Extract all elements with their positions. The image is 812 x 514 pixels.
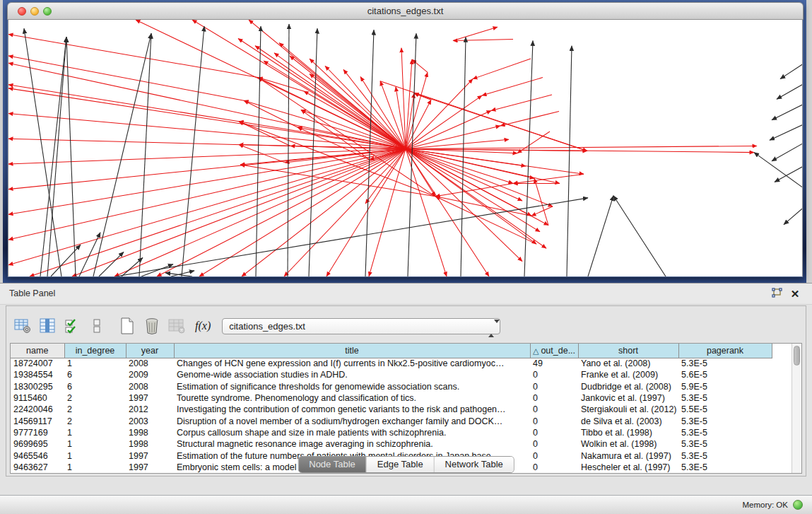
column-header-pagerank[interactable]: pagerank xyxy=(678,344,772,358)
table-cell[interactable]: 14569117 xyxy=(11,415,64,426)
memory-ok-indicator-icon[interactable] xyxy=(793,500,803,510)
table-cell[interactable]: Stergiakouli et al. (2012) xyxy=(578,404,678,415)
table-cell[interactable]: 5.3E-5 xyxy=(678,438,772,450)
table-cell[interactable]: Investigating the contribution of common… xyxy=(174,404,530,415)
table-cell[interactable]: 9699695 xyxy=(11,438,64,450)
table-cell[interactable]: 9463627 xyxy=(11,462,64,473)
table-cell[interactable]: 0 xyxy=(530,369,578,380)
column-header-out_de[interactable]: △out_de... xyxy=(530,344,578,358)
table-cell[interactable]: 1998 xyxy=(126,438,174,450)
column-header-title[interactable]: title xyxy=(174,344,530,358)
table-cell[interactable]: 9465546 xyxy=(11,450,64,461)
row-height-icon[interactable] xyxy=(86,315,107,337)
table-cell[interactable]: 0 xyxy=(530,438,578,450)
table-cell[interactable]: 5.3E-5 xyxy=(678,392,772,404)
table-cell[interactable]: 1 xyxy=(64,358,126,369)
table-cell[interactable]: 0 xyxy=(530,381,578,392)
table-cell[interactable]: 1997 xyxy=(126,392,174,404)
table-cell[interactable]: 5.3E-5 xyxy=(678,358,772,369)
column-header-short[interactable]: short xyxy=(578,344,678,358)
table-cell[interactable]: 6 xyxy=(64,369,126,380)
table-row[interactable]: 2242004622012Investigating the contribut… xyxy=(11,404,772,415)
table-cell[interactable]: 1 xyxy=(64,462,126,473)
table-cell[interactable]: 5.6E-5 xyxy=(678,369,772,380)
table-cell[interactable]: 2 xyxy=(64,404,126,415)
table-cell[interactable]: 2003 xyxy=(126,415,174,426)
table-cell[interactable]: 1998 xyxy=(126,427,174,438)
table-cell[interactable]: 18300295 xyxy=(11,381,64,392)
delete-column-trash-icon[interactable] xyxy=(141,315,163,337)
table-cell[interactable]: 5.9E-5 xyxy=(678,381,772,392)
table-row[interactable]: 1830029562008Estimation of significance … xyxy=(11,381,772,392)
float-panel-icon[interactable] xyxy=(770,288,784,300)
table-cell[interactable]: Hescheler et al. (1997) xyxy=(578,462,678,473)
table-row[interactable]: 1456911722003Disruption of a novel membe… xyxy=(11,415,772,426)
function-builder-icon[interactable]: f(x) xyxy=(195,320,211,332)
show-column-icon[interactable] xyxy=(37,315,58,337)
table-vertical-scrollbar[interactable] xyxy=(792,344,801,473)
table-cell[interactable]: 2008 xyxy=(126,381,174,392)
table-cell[interactable]: 2012 xyxy=(126,404,174,415)
table-cell[interactable]: Disruption of a novel member of a sodium… xyxy=(174,415,530,426)
table-selector-dropdown[interactable]: citations_edges.txt xyxy=(222,318,500,334)
table-cell[interactable]: 18724007 xyxy=(11,358,64,369)
table-cell[interactable]: 0 xyxy=(530,415,578,426)
table-cell[interactable]: 9777169 xyxy=(11,427,64,438)
scrollbar-thumb[interactable] xyxy=(794,346,800,366)
table-cell[interactable]: Corpus callosum shape and size in male p… xyxy=(174,427,530,438)
table-row[interactable]: 977716911998Corpus callosum shape and si… xyxy=(11,427,772,438)
minimize-window-button[interactable] xyxy=(30,7,39,16)
table-cell[interactable]: 19384554 xyxy=(11,369,64,380)
table-cell[interactable]: 1997 xyxy=(126,462,174,473)
table-cell[interactable]: 0 xyxy=(530,427,578,438)
table-cell[interactable]: 5.3E-5 xyxy=(678,427,772,438)
close-window-button[interactable] xyxy=(18,7,26,16)
table-cell[interactable]: 0 xyxy=(530,392,578,404)
table-cell[interactable]: Tibbo et al. (1998) xyxy=(578,427,678,438)
table-cell[interactable]: 49 xyxy=(530,358,578,369)
table-cell[interactable]: 1 xyxy=(64,438,126,450)
table-cell[interactable]: Yano et al. (2008) xyxy=(578,358,678,369)
table-cell[interactable]: 2008 xyxy=(126,358,174,369)
table-cell[interactable]: 5.3E-5 xyxy=(678,415,772,426)
table-cell[interactable]: 2 xyxy=(64,392,126,404)
table-cell[interactable]: 2009 xyxy=(126,369,174,380)
table-cell[interactable]: de Silva et al. (2003) xyxy=(578,415,678,426)
table-row[interactable]: 911546021997Tourette syndrome. Phenomeno… xyxy=(11,392,772,404)
table-cell[interactable]: Nakamura et al. (1997) xyxy=(578,450,678,461)
delete-table-disabled-icon[interactable] xyxy=(166,315,187,337)
tab-network-table[interactable]: Network Table xyxy=(435,457,514,472)
table-settings-icon[interactable] xyxy=(12,315,33,337)
column-header-year[interactable]: year xyxy=(126,344,174,358)
table-cell[interactable]: 5.3E-5 xyxy=(678,462,772,473)
table-cell[interactable]: Dudbridge et al. (2008) xyxy=(578,381,678,392)
table-row[interactable]: 1872400712008Changes of HCN gene express… xyxy=(11,358,772,369)
table-cell[interactable]: 1 xyxy=(64,427,126,438)
table-cell[interactable]: 0 xyxy=(530,404,578,415)
table-cell[interactable]: Structural magnetic resonance image aver… xyxy=(174,438,530,450)
table-cell[interactable]: 0 xyxy=(530,450,578,461)
window-titlebar[interactable]: citations_edges.txt xyxy=(7,2,804,20)
table-cell[interactable]: Jankovic et al. (1997) xyxy=(578,392,678,404)
table-cell[interactable]: Wolkin et al. (1998) xyxy=(578,438,678,450)
column-header-name[interactable]: name xyxy=(11,344,64,358)
tab-node-table[interactable]: Node Table xyxy=(298,457,367,472)
table-row[interactable]: 969969511998Structural magnetic resonanc… xyxy=(11,438,772,450)
table-cell[interactable]: 22420046 xyxy=(11,404,64,415)
table-cell[interactable]: 1997 xyxy=(126,450,174,461)
table-cell[interactable]: Changes of HCN gene expression and I(f) … xyxy=(174,358,530,369)
column-visibility-icon[interactable] xyxy=(61,315,83,337)
table-cell[interactable]: 9115460 xyxy=(11,392,64,404)
close-panel-icon[interactable]: ✕ xyxy=(788,288,802,300)
zoom-window-button[interactable] xyxy=(43,7,52,16)
table-cell[interactable]: 5.5E-5 xyxy=(678,404,772,415)
tab-edge-table[interactable]: Edge Table xyxy=(367,457,435,472)
create-column-icon[interactable] xyxy=(117,315,138,337)
table-cell[interactable]: Genome-wide association studies in ADHD. xyxy=(174,369,530,380)
table-cell[interactable]: Estimation of significance thresholds fo… xyxy=(174,381,530,392)
table-cell[interactable]: Tourette syndrome. Phenomenology and cla… xyxy=(174,392,530,404)
network-canvas[interactable] xyxy=(8,20,803,277)
table-cell[interactable]: 5.3E-5 xyxy=(678,450,772,461)
column-header-in_degree[interactable]: in_degree xyxy=(64,344,126,358)
table-cell[interactable]: Franke et al. (2009) xyxy=(578,369,678,380)
